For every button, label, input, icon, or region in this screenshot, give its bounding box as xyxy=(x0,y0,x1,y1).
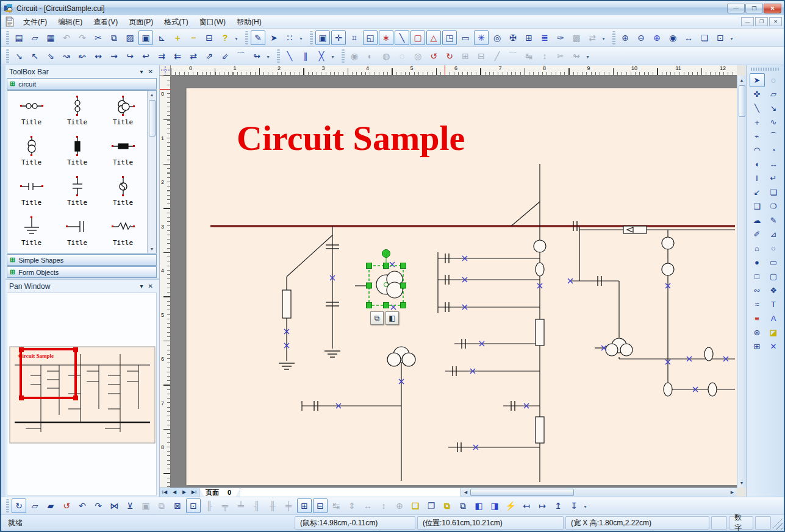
zoom-selection-button[interactable]: ⊕ xyxy=(650,30,664,45)
rotate-left-90-button[interactable]: ↶ xyxy=(75,498,90,513)
zoom-all-button[interactable]: ⊡ xyxy=(713,30,728,45)
connector-double-left-button[interactable]: ⇇ xyxy=(170,49,185,63)
connector-diagonal-button[interactable]: ⇘ xyxy=(43,49,58,63)
rotate-right-90-button[interactable]: ↷ xyxy=(91,498,106,513)
tool-rounded-rect-button[interactable]: ▢ xyxy=(766,269,781,283)
shape-action-fill-button[interactable]: ◧ xyxy=(385,311,399,325)
bring-to-front-button[interactable]: ❏ xyxy=(408,498,423,513)
fit-width-button[interactable]: ↔ xyxy=(360,498,375,513)
menu-file[interactable]: 文件(F) xyxy=(18,16,52,27)
connector-hook-left-button[interactable]: ↩ xyxy=(138,49,153,63)
toolbar-drag-handle[interactable] xyxy=(6,499,9,512)
scroll-up-icon[interactable]: ▲ xyxy=(740,76,744,85)
scroll-down-icon[interactable]: ▼ xyxy=(740,478,744,488)
snap-corner-button[interactable]: ◱ xyxy=(363,30,378,45)
undo-button[interactable]: ↶ xyxy=(59,30,74,45)
pattern-grid-button[interactable]: ▩ xyxy=(569,30,584,45)
toolbar-overflow-icon[interactable]: ▾ xyxy=(265,49,271,63)
tool-pie-button[interactable]: ◔ xyxy=(766,143,781,157)
layers-button[interactable]: ≣ xyxy=(537,30,552,45)
toolbox-scrollbar[interactable]: ▲ ▼ xyxy=(147,91,156,253)
scroll-thumb[interactable] xyxy=(149,100,156,137)
weld-shapes-button[interactable]: ◉ xyxy=(347,49,362,63)
toolbar-drag-handle[interactable] xyxy=(277,49,280,63)
scroll-left-icon[interactable]: ◀ xyxy=(461,488,470,497)
snap-nodes-button[interactable]: ∗ xyxy=(379,30,393,45)
fit-height-button[interactable]: ↕ xyxy=(376,498,391,513)
paste-button[interactable]: ▨ xyxy=(123,30,137,45)
snap-diagonal-button[interactable]: ╲ xyxy=(395,30,409,45)
freeform-edit-button[interactable]: ↬ xyxy=(569,49,584,63)
selection-red-box-button[interactable]: ▢ xyxy=(410,30,425,45)
toolbar-overflow-icon[interactable]: ▾ xyxy=(584,49,591,63)
curve-segment-button[interactable]: ⌒ xyxy=(506,49,520,63)
tool-line-button[interactable]: ╲ xyxy=(750,101,765,115)
align-bottom-button[interactable]: ╧ xyxy=(234,498,248,513)
prev-page-button[interactable]: ◀ xyxy=(170,488,179,497)
tool-arrow-line-button[interactable]: ↘ xyxy=(766,101,781,115)
trim-shape-button[interactable]: ✂ xyxy=(553,49,568,63)
zoom-width-button[interactable]: ↔ xyxy=(681,30,696,45)
crosshair-guides-button[interactable]: ✛ xyxy=(331,30,346,45)
shape-inductor[interactable]: .r{width:3px;height:3px;fill:#d20000;str… xyxy=(100,216,146,248)
shape-action-properties-button[interactable]: ⧉ xyxy=(370,311,384,325)
tool-arc-open-button[interactable]: ◠ xyxy=(750,143,765,157)
toolbar-overflow-icon[interactable]: ▾ xyxy=(582,499,589,512)
tool-lasso-select-button[interactable]: ◌ xyxy=(766,73,781,87)
align-top-button[interactable]: ╤ xyxy=(218,498,232,513)
combine-shapes-button[interactable]: ◐ xyxy=(363,49,378,63)
dock-drag-handle[interactable] xyxy=(751,68,780,71)
remove-node-button[interactable]: ⊟ xyxy=(474,49,489,63)
tool-web-page-button[interactable]: ⊛ xyxy=(750,325,765,339)
nudge-down-button[interactable]: ↧ xyxy=(567,498,581,513)
zoom-actual-button[interactable]: ◉ xyxy=(665,30,680,45)
scroll-right-icon[interactable]: ▶ xyxy=(728,488,737,497)
menu-view[interactable]: 查看(V) xyxy=(88,16,123,27)
toolbar-drag-handle[interactable] xyxy=(245,31,248,44)
tool-polygon-open-button[interactable]: ⊿ xyxy=(766,227,781,241)
send-backward-button[interactable]: ⧉ xyxy=(456,498,470,513)
combine-stack-button[interactable]: ◧ xyxy=(471,498,486,513)
align-right-button[interactable]: ╢ xyxy=(249,498,264,513)
snap-vertex-button[interactable]: △ xyxy=(426,30,441,45)
toolbar-overflow-icon[interactable]: ▾ xyxy=(600,31,607,44)
zoom-page-button[interactable]: ❏ xyxy=(697,30,712,45)
ruler-toggle-button[interactable]: ⊾ xyxy=(154,30,169,45)
space-vertical-button[interactable]: ↕ xyxy=(537,49,552,63)
mirror-vertical-button[interactable]: ⊻ xyxy=(123,498,137,513)
send-to-back-button[interactable]: ❐ xyxy=(424,498,439,513)
space-horizontal-button[interactable]: ↹ xyxy=(522,49,536,63)
pan-window-body[interactable]: Circuit Sample xyxy=(7,293,157,495)
intersect-shapes-button[interactable]: ◌ xyxy=(395,49,409,63)
format-painter-button[interactable]: ✑ xyxy=(553,30,568,45)
tool-curve-nodes-button[interactable]: ∿ xyxy=(766,115,781,129)
menu-page[interactable]: 页面(P) xyxy=(123,16,159,27)
shape-resistor-h[interactable]: .r{width:3px;height:3px;fill:#d20000;str… xyxy=(100,136,146,168)
scroll-up-icon[interactable]: ▲ xyxy=(150,91,154,99)
minimize-button[interactable]: — xyxy=(727,4,745,13)
mirror-horizontal-button[interactable]: ⋈ xyxy=(107,498,121,513)
remove-item-button[interactable]: − xyxy=(186,30,201,45)
open-file-button[interactable]: ▱ xyxy=(27,30,42,45)
shape-transformer-3[interactable]: .r{width:3px;height:3px;fill:#d20000;str… xyxy=(100,96,146,127)
grid-dots-button[interactable]: ∷ xyxy=(282,30,297,45)
tool-dimension-corner-button[interactable]: ↵ xyxy=(766,171,781,185)
zoom-out-button[interactable]: ⊖ xyxy=(634,30,648,45)
tool-table-button[interactable]: ⊞ xyxy=(750,339,765,353)
restore-button[interactable]: ❐ xyxy=(745,4,763,13)
tool-delete-button[interactable]: ✕ xyxy=(766,339,781,353)
tool-square-button[interactable]: □ xyxy=(750,269,765,283)
copy-button[interactable]: ⧉ xyxy=(107,30,121,45)
ruler-origin-corner[interactable] xyxy=(160,65,171,76)
connector-loop-button[interactable]: ↬ xyxy=(249,49,264,63)
new-document-button[interactable]: ▤ xyxy=(12,30,26,45)
shape-resistor-v[interactable]: .r{width:3px;height:3px;fill:#d20000;str… xyxy=(54,136,100,168)
menu-edit[interactable]: 编辑(E) xyxy=(52,16,88,27)
tool-select-add-button[interactable]: ✜ xyxy=(750,87,765,101)
bring-forward-button[interactable]: ⧉ xyxy=(440,498,454,513)
connector-swap-button[interactable]: ⇄ xyxy=(186,49,201,63)
tool-ellipse-blob-button[interactable]: ◖ xyxy=(750,157,765,171)
select-rectangle-button[interactable]: ▣ xyxy=(315,30,330,45)
tool-pencil-button[interactable]: ✎ xyxy=(766,213,781,227)
tool-path-node-button[interactable]: ❖ xyxy=(766,283,781,297)
